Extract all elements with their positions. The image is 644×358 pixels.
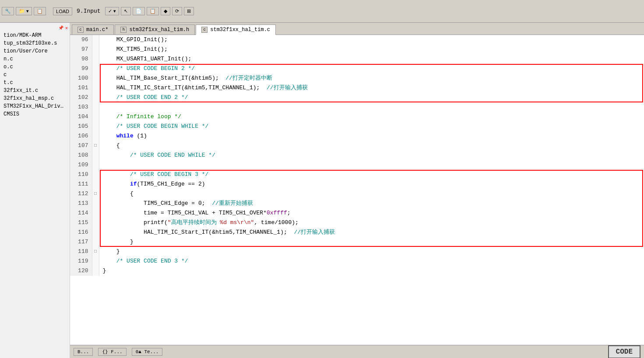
tab-hal-tim-h[interactable]: h stm32f1xx_hal_tim.h (115, 25, 195, 35)
line-num: 108 (70, 151, 92, 160)
line-code (99, 160, 644, 170)
sidebar-collapse-btn[interactable]: 📌 ✕ (0, 25, 70, 32)
table-row: 109 (70, 160, 644, 170)
table-row: 102 /* USER CODE END 2 */ (70, 93, 644, 102)
line-fold (92, 237, 99, 247)
toolbar-btn-3[interactable]: 📋 (34, 7, 46, 15)
editor-area: c main.c* h stm32f1xx_hal_tim.h c stm32f… (70, 23, 644, 358)
line-fold (92, 93, 99, 102)
line-code: } (99, 247, 644, 256)
line-code: MX_GPIO_Init(); (99, 35, 644, 45)
table-row: 118 □ } (70, 247, 644, 256)
line-num: 101 (70, 83, 92, 93)
line-fold: □ (92, 247, 99, 256)
grid-btn[interactable]: ⊞ (184, 7, 194, 15)
code-table: 96 MX_GPIO_Init(); 97 MX_TIM5_Init(); (70, 35, 644, 276)
arrow-btn[interactable]: ⟳ (172, 7, 182, 15)
table-row: 119 /* USER CODE END 3 */ (70, 256, 644, 266)
table-row: 106 while (1) (70, 131, 644, 141)
line-num: 106 (70, 131, 92, 141)
table-row: 108 /* USER CODE END WHILE */ (70, 151, 644, 160)
line-fold (92, 199, 99, 208)
sidebar: 📌 ✕ tion/MDK-ARM tup_stm32f103xe.s tion/… (0, 23, 70, 358)
line-fold (92, 112, 99, 122)
code-editor[interactable]: 96 MX_GPIO_Init(); 97 MX_TIM5_Init(); (70, 35, 644, 345)
line-num: 119 (70, 256, 92, 266)
line-num: 109 (70, 160, 92, 170)
status-item-f[interactable]: {} F... (98, 348, 126, 356)
line-code: HAL_TIM_Base_Start_IT(&htim5); //打开定时器中断 (99, 74, 644, 83)
tab-label-tim: stm32f1xx_hal_tim.c (210, 27, 270, 33)
tab-bar: c main.c* h stm32f1xx_hal_tim.h c stm32f… (70, 23, 644, 35)
line-fold (92, 256, 99, 266)
toolbar-btn-1[interactable]: 🔧 (2, 7, 14, 15)
sidebar-item-8: 32f1xx_it.c (0, 87, 70, 95)
line-code: TIM5_CH1_Edge = 0; //重新开始捕获 (99, 199, 644, 208)
sidebar-item-1: tion/MDK-ARM (0, 32, 70, 39)
input-label: 9.Input (74, 8, 103, 14)
tab-icon-main: c (77, 27, 84, 33)
copy-btn[interactable]: 📄 (133, 7, 145, 15)
sidebar-item-4: n.c (0, 55, 70, 63)
tab-hal-tim-c[interactable]: c stm32f1xx_hal_tim.c (196, 25, 276, 35)
line-fold (92, 83, 99, 93)
line-code: /* USER CODE BEGIN 2 */ (99, 64, 644, 74)
table-row: 117 } (70, 237, 644, 247)
line-num: 115 (70, 218, 92, 228)
line-code: /* USER CODE BEGIN WHILE */ (99, 122, 644, 131)
status-item-t[interactable]: 0▲ Te... (132, 348, 163, 356)
line-code: /* USER CODE END WHILE */ (99, 151, 644, 160)
status-item-b[interactable]: B... (74, 348, 93, 356)
line-num: 110 (70, 170, 92, 179)
table-row: 116 HAL_TIM_IC_Start_IT(&htim5,TIM_CHANN… (70, 228, 644, 237)
line-code: while (1) (99, 131, 644, 141)
table-row: 114 time = TIM5_CH1_VAL + TIM5_CH1_OVER*… (70, 208, 644, 218)
line-fold (92, 35, 99, 45)
line-code: printf("高电平持续时间为 %d ms\r\n", time/1000); (99, 218, 644, 228)
line-num: 113 (70, 199, 92, 208)
sidebar-item-6: c (0, 71, 70, 79)
table-row: 110 /* USER CODE BEGIN 3 */ (70, 170, 644, 179)
line-fold (92, 151, 99, 160)
toolbar-btn-2[interactable]: 📁 ▾ (16, 7, 32, 15)
line-fold (92, 218, 99, 228)
line-num: 116 (70, 228, 92, 237)
line-fold (92, 74, 99, 83)
line-code: /* Infinite loop */ (99, 112, 644, 122)
toolbar: 🔧 📁 ▾ 📋 LOAD 9.Input ✓ ▾ ↖ 📄 📋 ◆ ⟳ ⊞ (0, 0, 644, 23)
sidebar-item-5: o.c (0, 63, 70, 71)
cursor-btn[interactable]: ↖ (121, 7, 131, 15)
line-fold (92, 122, 99, 131)
table-row: 104 /* Infinite loop */ (70, 112, 644, 122)
line-num: 107 (70, 141, 92, 151)
line-code: { (99, 141, 644, 151)
table-row: 105 /* USER CODE BEGIN WHILE */ (70, 122, 644, 131)
line-fold (92, 228, 99, 237)
line-code: { (99, 189, 644, 199)
load-btn[interactable]: LOAD (53, 7, 72, 15)
table-row: 113 TIM5_CH1_Edge = 0; //重新开始捕获 (70, 199, 644, 208)
table-row: 98 MX_USART1_UART_Init(); (70, 54, 644, 64)
tab-main-c[interactable]: c main.c* (72, 25, 114, 35)
line-fold (92, 102, 99, 112)
line-fold (92, 45, 99, 54)
table-row: 97 MX_TIM5_Init(); (70, 45, 644, 54)
diamond-btn[interactable]: ◆ (161, 7, 170, 15)
line-code (99, 102, 644, 112)
app-container: 🔧 📁 ▾ 📋 LOAD 9.Input ✓ ▾ ↖ 📄 📋 ◆ ⟳ ⊞ 📌 ✕… (0, 0, 644, 358)
paste-btn[interactable]: 📋 (147, 7, 159, 15)
table-row: 103 (70, 102, 644, 112)
tab-label-h: stm32f1xx_hal_tim.h (129, 27, 189, 33)
table-row: 115 printf("高电平持续时间为 %d ms\r\n", time/10… (70, 218, 644, 228)
line-num: 120 (70, 266, 92, 276)
line-fold (92, 64, 99, 74)
tab-icon-h: h (120, 27, 127, 33)
line-num: 114 (70, 208, 92, 218)
sidebar-item-3: tion/User/Core (0, 47, 70, 55)
sidebar-item-11: CMSIS (0, 110, 70, 118)
check-btn[interactable]: ✓ ▾ (105, 7, 119, 15)
sidebar-item-7: t.c (0, 79, 70, 87)
line-num: 103 (70, 102, 92, 112)
line-code: if(TIM5_CH1_Edge == 2) (99, 179, 644, 189)
table-row: 99 /* USER CODE BEGIN 2 */ (70, 64, 644, 74)
